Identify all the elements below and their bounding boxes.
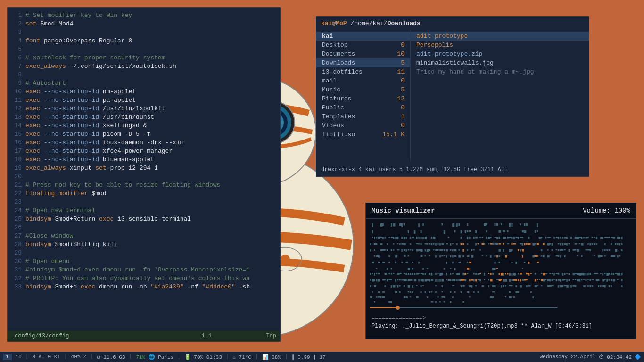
fm-sidebar-item[interactable]: i3-dotfiles11 [316,67,410,76]
editor-line: 33bindsym $mod+d exec dmenu_run -nb "#1a… [8,283,280,291]
editor-filename: .config/i3/config [11,333,69,339]
taskbar-time: ⏱ 02:34:42 [599,354,632,360]
taskbar-battery: 71% 🌐 Paris [136,354,173,360]
music-volume: Volume: 100% [583,207,630,214]
editor-line: 25bindsym $mod+Return exec i3-sensible-t… [8,215,280,223]
editor-line: 2set $mod Mod4 [8,20,280,28]
fm-sidebar-item[interactable]: Documents10 [316,49,410,58]
taskbar-cpu: 40% Z [71,354,86,360]
music-title: Music visualizer [372,207,435,214]
fm-sidebar-item[interactable]: Music5 [316,85,410,94]
fm-file-item[interactable]: Tried my hand at making a m~.jpg [411,67,589,76]
music-header: Music visualizer Volume: 100% [366,203,636,219]
editor-line: 29 [8,249,280,257]
editor-line: 28bindsym $mod+Shift+q kill [8,240,280,249]
editor-line: 17exec --no-startup-id xfce4-power-manag… [8,147,280,156]
fm-header: kai@MoP /home/kai/Downloads [316,17,589,30]
fm-sidebar: kaiDesktop0Documents10Downloads5i3-dotfi… [316,30,411,161]
editor-line: 19exec_always xinput set-prop 12 294 1 [8,164,280,173]
fm-path: /home/kai/Downloads [351,20,421,27]
editor-line: 7exec_always ~/.config/script/xautolock.… [8,62,280,71]
fm-file-item[interactable]: Persepolis [411,41,589,49]
taskbar-disk: 📊 38% [262,354,281,360]
fm-sidebar-item[interactable]: Downloads5 [316,58,410,67]
taskbar-workspace[interactable]: 1 [3,354,12,360]
music-visualizer-canvas [366,219,636,313]
taskbar: 1 10 | 0 K↓ 0 K↑ | 40% Z | ⊞ 11.6 GB | 7… [0,352,644,362]
editor-line: 24# Open new terminal [8,206,280,215]
editor-line: 10exec --no-startup-id nm-applet [8,88,280,96]
editor-line: 13exec --no-startup-id /usr/bin/dunst [8,113,280,122]
fm-user: kai@MoP [321,20,347,27]
editor-line: 20 [8,173,280,181]
taskbar-memory: ⊞ 11.6 GB [97,354,125,360]
fm-statusbar: drwxr-xr-x 4 kai users 5 1.27M sum, 12.5… [316,163,589,176]
fm-file-item[interactable]: adit-prototype.zip [411,49,589,58]
fm-sidebar-item[interactable]: Public0 [316,103,410,112]
taskbar-bluetooth: 🔷 [635,354,641,360]
editor-line: 15exec --no-startup-id picom -D 5 -f [8,130,280,139]
fm-sidebar-item[interactable]: Templates1 [316,112,410,121]
taskbar-battery2: 🔋 70% 01:33 [184,354,222,360]
music-progress: ===============> [372,315,630,321]
editor-line: 16exec --no-startup-id ibus-daemon -drx … [8,139,280,147]
fm-sidebar-item[interactable]: libffi.so15.1 K [316,130,410,139]
music-panel: Music visualizer Volume: 100% ==========… [365,203,636,339]
fm-sidebar-item[interactable]: mail0 [316,76,410,85]
taskbar-network: 0 K↓ 0 K↑ [32,354,60,360]
editor-line: 22floating_modifier $mod [8,189,280,198]
editor-line: 3 [8,28,280,37]
editor-content[interactable]: 1# Set modifier key to Win key2set $mod … [8,8,280,331]
editor-line: 32# PROTIP: You can also dynamically set… [8,274,280,283]
filemanager-panel: kai@MoP /home/kai/Downloads kaiDesktop0D… [316,16,589,177]
editor-panel: 1# Set modifier key to Win key2set $mod … [7,7,281,342]
editor-line: 31#bindsym $mod+d exec dmenu_run -fn 'Ov… [8,266,280,274]
taskbar-window-count: 10 [16,354,22,360]
fm-file-item[interactable]: minimalisticwalls.jpg [411,58,589,67]
svg-point-4 [281,255,290,264]
editor-line: 18exec --no-startup-id blueman-applet [8,156,280,164]
editor-line: 27#Close window [8,232,280,240]
fm-file-item[interactable]: adit-prototype [411,32,589,41]
editor-line: 23 [8,198,280,206]
fm-sidebar-item[interactable]: Pictures12 [316,94,410,103]
editor-line: 4font pango:Overpass Regular 8 [8,37,280,45]
editor-line: 1# Set modifier key to Win key [8,11,280,20]
music-playing: Playing: ._Julie_Bergan_&_Seungri(720p).… [372,323,630,329]
editor-line: 6# xautolock for proper security system [8,54,280,62]
editor-line: 21# Press mod key to be able to resize f… [8,181,280,189]
fm-body: kaiDesktop0Documents10Downloads5i3-dotfi… [316,30,589,161]
editor-statusbar: .config/i3/config 1,1 Top [8,331,280,341]
taskbar-load: ∥ 0.99 | 17 [292,354,326,360]
editor-line: 30# Open dmenu [8,257,280,266]
taskbar-temp: ♨ 71°C [232,354,251,360]
editor-line: 11exec --no-startup-id pa-applet [8,96,280,105]
editor-line: 9# Autostart [8,79,280,88]
fm-content: adit-prototypePersepolisadit-prototype.z… [411,30,589,161]
fm-sidebar-item[interactable]: Videos0 [316,121,410,130]
editor-position: 1,1 Top [202,333,276,339]
fm-sidebar-item[interactable]: Desktop0 [316,41,410,49]
taskbar-date: Wednesday 22.April [540,354,596,360]
music-footer: ===============> Playing: ._Julie_Bergan… [366,313,636,331]
editor-line: 14exec --no-startup-id xsettingsd & [8,122,280,130]
fm-sidebar-item[interactable]: kai [316,32,410,41]
taskbar-right: Wednesday 22.April ⏱ 02:34:42 🔷 [540,354,641,360]
editor-line: 8 [8,71,280,79]
editor-line: 12exec --no-startup-id /usr/bin/lxpolkit [8,105,280,113]
editor-line: 5 [8,45,280,54]
editor-line: 26 [8,223,280,232]
